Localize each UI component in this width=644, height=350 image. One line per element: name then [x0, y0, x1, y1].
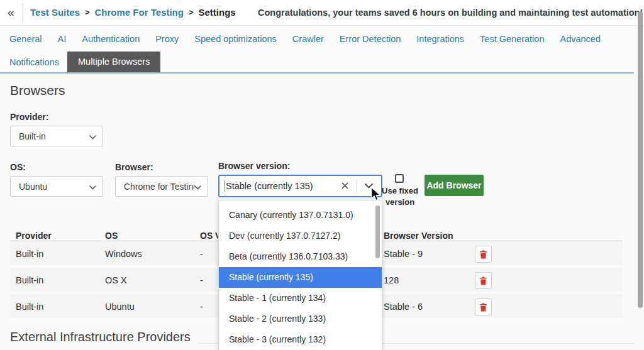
tab-speed-optimizations[interactable]: Speed optimizations — [194, 34, 277, 44]
tab-crawler[interactable]: Crawler — [292, 34, 324, 44]
clear-icon[interactable] — [336, 180, 353, 192]
os-label: OS: — [10, 162, 26, 172]
cell-provider: Built-in — [16, 302, 43, 312]
cell-provider: Built-in — [16, 249, 43, 259]
chevron-down-icon[interactable] — [361, 183, 376, 189]
tab-test-generation[interactable]: Test Generation — [480, 34, 544, 44]
browser-version-combobox[interactable]: Stable (currently 135) — [218, 175, 382, 197]
combobox-divider — [357, 180, 357, 192]
tabs-row-1: General AI Authentication Proxy Speed op… — [0, 26, 634, 52]
browser-version-label: Browser version: — [218, 161, 290, 171]
table-header-browser-version: Browser Version — [384, 231, 453, 241]
use-fixed-version-checkbox[interactable] — [395, 174, 404, 183]
dropdown-option-beta[interactable]: Beta (currently 136.0.7103.33) — [219, 246, 382, 267]
dropdown-option-stable-1[interactable]: Stable - 1 (currently 134) — [219, 288, 382, 309]
savings-banner: Congratulations, your teams saved 6 hour… — [258, 8, 643, 18]
browsers-section-title: Browsers — [10, 83, 65, 98]
delete-browser-button[interactable] — [475, 246, 492, 263]
browser-select-value: Chrome for Testing — [124, 182, 194, 192]
breadcrumb-chrome-for-testing[interactable]: Chrome For Testing — [95, 7, 184, 18]
table-header-provider: Provider — [16, 231, 52, 241]
chevron-down-icon — [89, 131, 96, 142]
cell-os: Windows — [105, 249, 142, 259]
breadcrumb: Test Suites > Chrome For Testing > Setti… — [30, 7, 236, 18]
tab-general[interactable]: General — [9, 34, 42, 44]
breadcrumb-test-suites[interactable]: Test Suites — [30, 7, 80, 18]
collapse-sidebar-icon[interactable]: « — [8, 6, 14, 19]
dropdown-option-stable-3[interactable]: Stable - 3 (currently 132) — [219, 329, 382, 350]
tab-integrations[interactable]: Integrations — [416, 34, 464, 44]
chevron-down-icon — [89, 181, 96, 192]
trash-icon — [479, 250, 487, 259]
delete-browser-button[interactable] — [475, 272, 492, 289]
os-select-value: Ubuntu — [19, 182, 89, 192]
trash-icon — [479, 276, 487, 285]
browser-version-value: Stable (currently 135) — [226, 181, 336, 191]
cell-os-version: - — [200, 249, 203, 259]
cell-os: Ubuntu — [105, 302, 135, 312]
settings-tabs: General AI Authentication Proxy Speed op… — [0, 26, 634, 74]
dropdown-option-dev[interactable]: Dev (currently 137.0.7127.2) — [219, 226, 382, 246]
tab-notifications[interactable]: Notifications — [9, 57, 59, 67]
provider-select[interactable]: Built-in — [10, 126, 103, 146]
chevron-down-icon — [194, 181, 201, 192]
browser-select[interactable]: Chrome for Testing — [115, 176, 208, 197]
use-fixed-version-label[interactable]: Use fixed version — [380, 185, 420, 207]
os-select[interactable]: Ubuntu — [10, 176, 103, 197]
provider-select-value: Built-in — [19, 131, 89, 141]
page-scrollbar[interactable] — [638, 11, 643, 308]
dropdown-scrollbar[interactable] — [375, 205, 380, 258]
tab-ai[interactable]: AI — [58, 34, 67, 44]
breadcrumb-settings: Settings — [199, 7, 236, 18]
table-header-os: OS — [105, 231, 118, 241]
browser-label: Browser: — [115, 162, 153, 172]
cell-browser-version: Stable - 9 — [384, 249, 423, 259]
topbar-divider — [23, 4, 23, 21]
external-providers-title: External Infrastructure Providers — [10, 330, 199, 344]
provider-label: Provider: — [10, 112, 48, 122]
delete-browser-button[interactable] — [475, 298, 492, 315]
cell-browser-version: 128 — [384, 275, 399, 285]
add-browser-button[interactable]: Add Browser — [425, 175, 484, 196]
dropdown-option-stable-2[interactable]: Stable - 2 (currently 133) — [219, 309, 382, 329]
tab-advanced[interactable]: Advanced — [560, 34, 601, 44]
dropdown-option-canary[interactable]: Canary (currently 137.0.7131.0) — [219, 205, 382, 226]
tabs-row-2: Notifications Multiple Browsers — [0, 52, 634, 72]
cell-os-version: - — [200, 302, 203, 312]
cell-os-version: - — [200, 275, 203, 285]
cell-os: OS X — [105, 275, 127, 285]
cell-provider: Built-in — [16, 275, 43, 285]
tab-multiple-browsers[interactable]: Multiple Browsers — [67, 52, 160, 72]
dropdown-option-stable[interactable]: Stable (currently 135) — [219, 267, 382, 288]
cell-browser-version: Stable - 6 — [384, 302, 423, 312]
top-bar: « Test Suites > Chrome For Testing > Set… — [0, 0, 644, 26]
browser-version-dropdown: Canary (currently 137.0.7131.0) Dev (cur… — [218, 200, 382, 350]
breadcrumb-separator: > — [189, 8, 194, 17]
settings-page: « Test Suites > Chrome For Testing > Set… — [0, 0, 644, 350]
breadcrumb-separator: > — [85, 8, 90, 17]
text-caret — [225, 180, 225, 192]
trash-icon — [479, 303, 487, 312]
tab-error-detection[interactable]: Error Detection — [340, 34, 401, 44]
tab-authentication[interactable]: Authentication — [82, 34, 140, 44]
tab-proxy[interactable]: Proxy — [155, 34, 179, 44]
